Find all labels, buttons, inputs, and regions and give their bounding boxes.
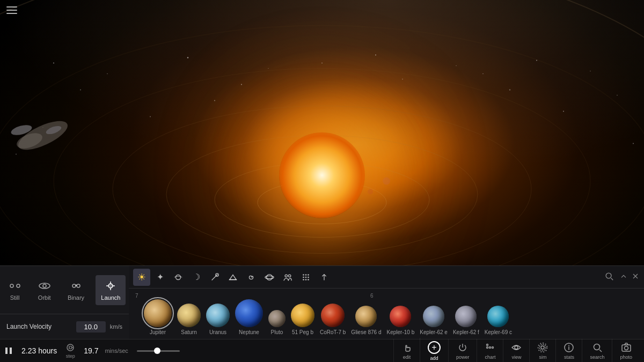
kepler69c-name: Kepler-69 c [485,329,512,335]
svg-point-63 [489,346,491,348]
planet-count-left: 7 [135,293,138,299]
view-button[interactable]: view [503,339,529,363]
kepler62f-name: Kepler-62 f [453,329,479,335]
svg-point-0 [53,63,54,64]
svg-point-64 [492,346,494,348]
svg-point-53 [305,276,307,278]
planet-kepler62e[interactable]: Kepler-62 e [420,306,448,335]
svg-point-66 [515,346,518,349]
add-button[interactable]: + add [420,338,448,363]
speed-unit: mins/sec [105,348,128,354]
mode-still[interactable]: Still [3,275,27,305]
mode-orbit[interactable]: Orbit [33,275,56,305]
kepler62e-ball [423,306,444,327]
picker-search-icon[interactable] [604,271,614,283]
chart-icon [485,342,495,353]
planet-saturn[interactable]: Saturn [177,304,201,335]
svg-point-31 [383,178,390,185]
picker-close-icon[interactable] [631,272,640,283]
planet-kepler69c[interactable]: Kepler-69 c [485,306,512,335]
svg-point-47 [285,275,288,277]
svg-point-40 [72,284,76,287]
planet-jupiter[interactable]: Jupiter [144,299,172,335]
picker-collapse-icon[interactable] [619,272,628,283]
picker-moon-icon[interactable]: ☽ [188,269,205,286]
planet-kepler10b[interactable]: Kepler-10 b [387,306,415,335]
step-button[interactable]: step [65,343,75,359]
corot7b-name: CoRoT-7 b [320,329,346,335]
add-label: add [430,356,438,361]
picker-people-icon[interactable] [279,269,296,286]
binary-icon [70,279,83,292]
planet-kepler62f[interactable]: Kepler-62 f [453,306,479,335]
launch-velocity-label: Launch Velocity [6,323,72,330]
planet-uranus[interactable]: Uranus [206,304,230,335]
picker-sun-icon[interactable]: ☀ [133,269,150,286]
kepler62e-name: Kepler-62 e [420,329,448,335]
svg-point-3 [268,68,268,69]
sim-button[interactable]: sim [529,339,555,363]
speed-slider[interactable] [137,350,180,352]
svg-point-4 [375,55,376,56]
svg-point-17 [633,143,634,144]
time-display: 2.23 hours [21,346,57,355]
planet-neptune[interactable]: Neptune [235,299,263,335]
mode-selector: Still Orbit Binary Launch [0,265,129,314]
edit-button[interactable]: edit [393,339,420,363]
planet-51pegb[interactable]: 51 Peg b [291,304,314,335]
search-button[interactable]: search [582,339,612,363]
bottom-panel: Still Orbit Binary Launch La [0,265,644,362]
svg-point-36 [10,284,13,287]
pause-button[interactable] [4,346,13,355]
picker-spiral-icon[interactable] [243,269,260,286]
svg-point-32 [14,115,71,156]
chart-button[interactable]: chart [477,339,503,363]
saturn-ball [177,304,201,327]
picker-toolbar: ☀ ✦ ☽ [129,266,644,289]
gliese876d-ball [355,306,377,327]
planet-picker: ☀ ✦ ☽ [129,265,644,339]
sim-icon [537,342,548,353]
photo-button[interactable]: photo [612,339,640,363]
menu-button[interactable] [6,6,17,14]
stats-label: stats [564,354,574,360]
picker-planet-icon[interactable] [170,269,187,286]
mode-orbit-label: Orbit [38,294,51,301]
photo-icon [621,342,632,353]
neptune-name: Neptune [239,329,259,335]
svg-point-54 [308,276,309,278]
menu-line-3 [6,13,17,14]
svg-point-37 [17,284,20,287]
planet-corot7b[interactable]: CoRoT-7 b [320,304,346,335]
power-icon [457,342,468,353]
launch-velocity-value[interactable]: 10.0 [76,321,106,333]
svg-point-55 [303,279,304,280]
picker-comet-icon[interactable] [206,269,223,286]
mode-binary[interactable]: Binary [62,275,90,305]
uranus-ball [206,304,230,327]
kepler62f-ball [455,306,477,327]
corot7b-ball [321,304,345,327]
launch-velocity-unit: km/s [110,323,122,330]
planet-pluto[interactable]: Pluto [268,310,286,335]
planet-gliese876d[interactable]: Gliese 876 d [351,306,381,335]
eye-icon [511,342,522,353]
sun [279,132,365,218]
timeline-bar: 2.23 hours step 19.7 mins/sec edit + add [0,339,644,362]
pluto-ball [268,310,286,327]
picker-dots-icon[interactable] [297,269,314,286]
pluto-name: Pluto [271,329,283,335]
picker-hat-icon[interactable] [224,269,241,286]
picker-brightness-icon[interactable]: ✦ [151,269,169,286]
picker-arrow-icon[interactable] [316,269,333,286]
svg-rect-59 [5,348,8,354]
jupiter-ball [144,299,172,327]
svg-point-10 [402,79,403,80]
power-button[interactable]: power [448,339,477,363]
gliese876d-name: Gliese 876 d [351,329,381,335]
svg-point-71 [594,344,599,350]
mode-launch[interactable]: Launch [96,275,126,305]
stats-button[interactable]: stats [555,339,582,363]
planet-list: 7 6 Jupiter Saturn Uranus Neptune [129,289,644,339]
picker-ring-icon[interactable] [261,269,278,286]
